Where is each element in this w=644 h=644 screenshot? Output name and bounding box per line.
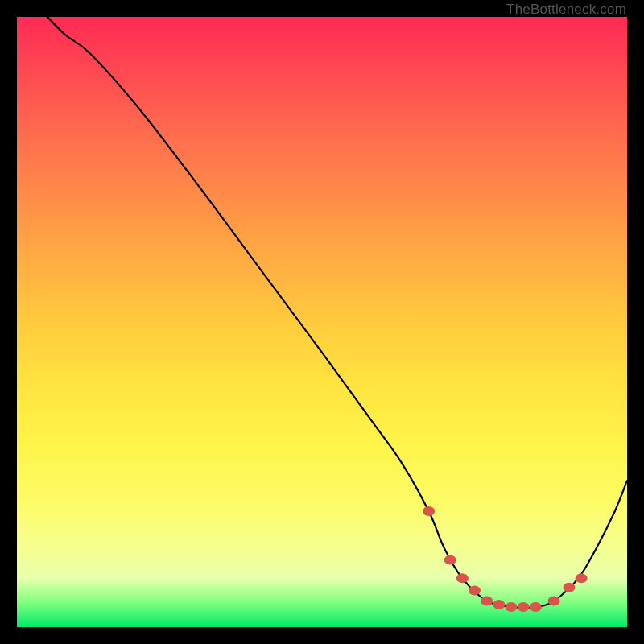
- dot-marker: [444, 555, 456, 565]
- dot-marker: [548, 596, 560, 605]
- dot-marker: [456, 573, 469, 583]
- dot-marker: [505, 602, 517, 612]
- attribution-label: TheBottleneck.com: [506, 2, 626, 18]
- dot-marker: [518, 602, 530, 612]
- plot-area: [17, 17, 627, 627]
- dot-marker: [493, 600, 505, 609]
- chart-svg: [17, 17, 627, 627]
- dot-marker: [576, 573, 588, 583]
- chart-frame: TheBottleneck.com: [0, 0, 644, 644]
- dot-marker: [481, 596, 493, 605]
- dot-marker: [469, 586, 481, 596]
- dot-marker: [530, 602, 542, 612]
- dot-marker: [563, 583, 575, 592]
- bottleneck-curve: [47, 17, 627, 608]
- dot-marker: [423, 506, 435, 516]
- optimal-range-dots: [423, 506, 588, 612]
